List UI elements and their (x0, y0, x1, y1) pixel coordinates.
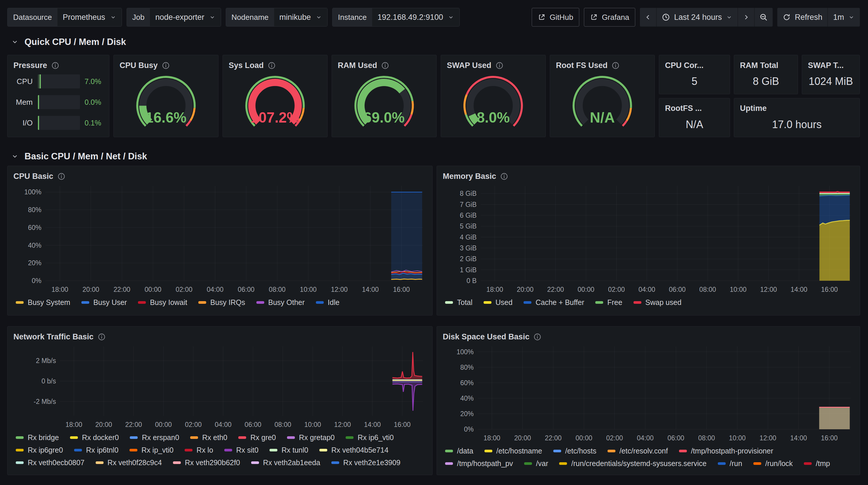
panel-header[interactable]: RAM Used (338, 59, 431, 71)
legend-item[interactable]: /etc/resolv.conf (608, 447, 668, 455)
refresh-button[interactable]: Refresh (777, 8, 828, 27)
panel-header[interactable]: RootFS ... (665, 102, 724, 115)
svg-text:00:00: 00:00 (155, 421, 172, 428)
disk-space-chart[interactable]: 0%20%40%60%80%100%18:0020:0022:0000:0002… (443, 343, 854, 445)
legend-item[interactable]: Busy Other (256, 298, 305, 307)
legend-item[interactable]: /run (718, 459, 742, 468)
panel-header[interactable]: Disk Space Used Basic (443, 331, 854, 343)
refresh-interval-dropdown[interactable]: 1m (828, 8, 860, 27)
panel-header[interactable]: CPU Busy (120, 59, 212, 71)
info-icon[interactable] (58, 173, 65, 180)
panel-title: Disk Space Used Basic (443, 332, 529, 341)
panel-header[interactable]: CPU Cor... (665, 59, 724, 71)
time-shift-back-button[interactable] (640, 8, 656, 27)
legend-swatch (559, 462, 567, 465)
legend-item[interactable]: Rx veth0ecb0807 (16, 458, 85, 467)
legend-item[interactable]: Rx ip6tnl0 (74, 446, 118, 454)
legend-item[interactable]: /tmp/hostpath_pv (445, 459, 513, 468)
legend-item[interactable]: Busy Iowait (138, 298, 187, 307)
memory-basic-chart[interactable]: 0 B1 GiB2 GiB3 GiB4 GiB5 GiB6 GiB7 GiB8 … (443, 182, 854, 296)
time-shift-forward-button[interactable] (738, 8, 754, 27)
legend-item[interactable]: /run/credentials/systemd-sysusers.servic… (559, 459, 706, 468)
cpu-basic-chart[interactable]: 0%20%40%60%80%100%18:0020:0022:0000:0002… (13, 182, 426, 296)
network-traffic-chart[interactable]: -2 Mb/s0 b/s2 Mb/s18:0020:0022:0000:0002… (13, 343, 426, 431)
pressure-value: 7.0% (85, 77, 103, 86)
info-icon[interactable] (534, 333, 541, 340)
legend-item[interactable]: Rx veth2ab1eeda (251, 458, 320, 467)
legend-item[interactable]: Busy System (16, 298, 70, 307)
panel-header[interactable]: Pressure (13, 59, 103, 71)
legend-item[interactable]: Rx ip6_vti0 (346, 433, 394, 442)
external-link-icon (538, 13, 546, 21)
info-icon[interactable] (268, 62, 275, 69)
grafana-link-button[interactable]: Grafana (584, 8, 635, 27)
legend-item[interactable]: Swap used (633, 298, 682, 307)
legend-item[interactable]: Cache + Buffer (524, 298, 584, 307)
legend-item[interactable]: Rx erspan0 (130, 433, 179, 442)
variable-value-dropdown[interactable]: node-exporter (150, 8, 220, 26)
legend-item[interactable]: Used (484, 298, 513, 307)
legend-item[interactable]: Busy User (82, 298, 127, 307)
legend-item[interactable]: Rx bridge (16, 433, 59, 442)
legend-item[interactable]: Rx lo (185, 446, 213, 454)
legend-item[interactable]: /tmp (804, 459, 830, 468)
panel-pressure: Pressure CPU 7.0% Mem 0.0% I/O 0.1% (7, 55, 110, 137)
section-header-quick[interactable]: Quick CPU / Mem / Disk (0, 37, 868, 47)
svg-text:04:00: 04:00 (637, 434, 654, 442)
legend-item[interactable]: Rx veth0f28c9c4 (96, 458, 162, 467)
info-icon[interactable] (52, 62, 59, 69)
info-icon[interactable] (500, 173, 508, 180)
panel-header[interactable]: SWAP Used (447, 59, 539, 71)
legend-item[interactable]: Rx veth2e1e3909 (331, 458, 400, 467)
legend-item[interactable]: /etc/hosts (553, 447, 596, 455)
info-icon[interactable] (381, 62, 389, 69)
info-icon[interactable] (162, 62, 169, 69)
variable-value-dropdown[interactable]: 192.168.49.2:9100 (372, 8, 459, 26)
legend-item[interactable]: Rx ip_vti0 (129, 446, 174, 454)
variable-label: Nodename (226, 8, 274, 26)
variable-value-dropdown[interactable]: Prometheus (58, 8, 122, 26)
legend-item[interactable]: Rx sit0 (224, 446, 258, 454)
legend-item[interactable]: Idle (316, 298, 340, 307)
time-range-picker[interactable]: Last 24 hours (656, 8, 738, 27)
variable-label: Job (127, 8, 150, 26)
info-icon[interactable] (612, 62, 619, 69)
legend-item[interactable]: /tmp/hostpath-provisioner (679, 447, 773, 455)
legend-item[interactable]: Rx ip6gre0 (16, 446, 63, 454)
panel-header[interactable]: CPU Basic (13, 170, 426, 182)
panel-header[interactable]: Network Traffic Basic (13, 331, 426, 343)
panel-header[interactable]: Root FS Used (556, 59, 649, 71)
legend-item[interactable]: /etc/hostname (485, 447, 542, 455)
info-icon[interactable] (98, 333, 105, 340)
zoom-out-button[interactable] (754, 8, 773, 27)
info-icon[interactable] (496, 62, 503, 69)
legend-item[interactable]: Rx docker0 (70, 433, 119, 442)
legend-item[interactable]: /data (445, 447, 473, 455)
legend-item[interactable]: /var (524, 459, 548, 468)
panel-disk-space-used-basic: Disk Space Used Basic 0%20%40%60%80%100%… (437, 326, 860, 475)
svg-text:14:00: 14:00 (364, 421, 381, 428)
legend-item[interactable]: Rx eth0 (190, 433, 227, 442)
legend-item[interactable]: Busy IRQs (198, 298, 245, 307)
legend-item[interactable]: Rx veth04b5e714 (319, 446, 389, 454)
legend-item[interactable]: Free (595, 298, 622, 307)
legend-item[interactable]: Rx gretap0 (287, 433, 335, 442)
panel-header[interactable]: Memory Basic (443, 170, 854, 182)
github-link-button[interactable]: GitHub (532, 8, 579, 27)
panel-header[interactable]: Sys Load (229, 59, 321, 71)
panel-header[interactable]: RAM Total (740, 59, 792, 71)
panel-title: RAM Used (338, 61, 377, 70)
svg-text:10:00: 10:00 (304, 421, 321, 428)
section-header-basic[interactable]: Basic CPU / Mem / Net / Disk (0, 151, 868, 162)
svg-text:22:00: 22:00 (114, 286, 130, 293)
legend-item[interactable]: /run/lock (753, 459, 793, 468)
panel-header[interactable]: SWAP T... (808, 59, 854, 71)
legend-item[interactable]: Rx gre0 (238, 433, 276, 442)
svg-text:16.6%: 16.6% (146, 110, 187, 126)
legend-item[interactable]: Rx veth290b62f0 (173, 458, 240, 467)
variable-value-dropdown[interactable]: minikube (274, 8, 327, 26)
panel-header[interactable]: Uptime (740, 102, 854, 115)
legend-item[interactable]: Rx tunl0 (270, 446, 308, 454)
legend-item[interactable]: Total (445, 298, 472, 307)
pressure-value: 0.1% (85, 119, 103, 127)
